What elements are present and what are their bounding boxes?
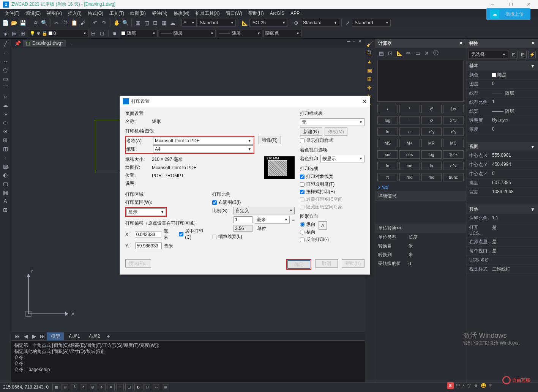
minimize-button[interactable]: ─ — [486, 2, 499, 7]
print-icon[interactable]: 🖨 — [32, 19, 39, 27]
zoom-icon[interactable]: 🔍 — [121, 19, 129, 27]
close-button[interactable]: ✕ — [523, 2, 535, 7]
calc-btn[interactable]: log — [421, 150, 442, 159]
reverse-checkbox[interactable] — [300, 238, 304, 242]
gradient-icon[interactable]: ◐ — [1, 171, 10, 179]
circle-icon[interactable]: ○ — [1, 93, 10, 100]
layout2-tab[interactable]: 布局2 — [85, 332, 104, 340]
cut-icon[interactable]: ✂ — [53, 19, 60, 27]
section-basic[interactable]: 基本▼ — [466, 61, 538, 71]
calc-btn[interactable]: log — [377, 116, 398, 124]
calc-btn[interactable]: tan — [399, 162, 420, 170]
calc-btn[interactable]: e — [399, 128, 420, 136]
ok-button[interactable]: 确定 — [287, 260, 310, 269]
layout1-tab[interactable]: 布局1 — [65, 332, 84, 340]
grid-toggle[interactable]: ⊞ — [62, 384, 69, 390]
redo-icon[interactable]: ↷ — [100, 19, 108, 27]
hatch-icon[interactable]: ▨ — [1, 162, 10, 170]
calc-btn[interactable]: in — [377, 162, 398, 170]
layer-prev-icon[interactable]: ⊡ — [98, 30, 106, 37]
menu-arcgis[interactable]: ArcGIS — [267, 10, 288, 17]
calc-btn[interactable]: x² — [421, 105, 442, 113]
layer-icon[interactable]: ▤ — [10, 30, 18, 37]
new-icon[interactable]: 📄 — [2, 19, 9, 27]
otrack-toggle[interactable]: ⊹ — [98, 384, 106, 390]
tablestyle-combo[interactable]: Standard▼ — [301, 19, 339, 27]
paper-combo[interactable]: A4▼ — [153, 145, 253, 153]
opt-bystyle-checkbox[interactable] — [300, 190, 304, 194]
maximize-button[interactable]: ☐ — [505, 2, 517, 7]
upload-button[interactable]: ☁ 拖拽上传 — [486, 8, 530, 20]
plot-style-combo[interactable]: 无▼ — [300, 118, 364, 126]
compass-icon[interactable]: ⊕ — [292, 19, 300, 27]
scale-combo[interactable]: 自定义▼ — [234, 207, 295, 214]
polygon-icon[interactable]: ⬠ — [1, 66, 10, 74]
calc-close-icon[interactable]: ✕ — [459, 41, 463, 46]
menu-dim[interactable]: 标注(N) — [149, 9, 170, 17]
menu-window[interactable]: 窗口(W) — [223, 9, 245, 17]
calc-btn[interactable]: x^3 — [443, 116, 464, 124]
scale-num-input[interactable] — [234, 216, 252, 223]
calc-btn[interactable]: sin — [377, 150, 398, 159]
apps-icon[interactable]: ⊞ — [1, 206, 10, 214]
array-icon[interactable]: ⊞ — [366, 75, 373, 83]
calc-btn[interactable]: M+ — [399, 139, 420, 147]
qp-toggle[interactable]: ▭ — [153, 384, 160, 390]
menu-help[interactable]: 帮助(H) — [245, 9, 267, 17]
spline-icon[interactable]: ∿ — [1, 110, 10, 118]
open-icon[interactable]: 📂 — [10, 19, 18, 27]
dialog-close-icon[interactable]: ✕ — [362, 98, 367, 105]
print-range-combo[interactable]: 显示▼ — [126, 208, 166, 216]
preview-icon[interactable]: 🔍 — [40, 19, 48, 27]
ortho-toggle[interactable]: └ — [71, 384, 78, 390]
doc-minimize-icon[interactable]: ─ — [347, 39, 350, 44]
calc-btn[interactable]: cos — [399, 150, 420, 159]
offset-icon[interactable]: ▣ — [366, 66, 373, 74]
menu-file[interactable]: 文件(F) — [2, 9, 22, 17]
rectangle-icon[interactable]: ▭ — [1, 75, 10, 83]
preview-button[interactable]: 预览(P)... — [125, 259, 151, 268]
calc-btn[interactable]: MR — [421, 139, 442, 147]
show-style-checkbox[interactable] — [300, 139, 304, 143]
calc-btn[interactable]: ln — [421, 162, 442, 170]
tab-arrow-prev[interactable]: ◀ — [22, 332, 30, 340]
cycle-toggle[interactable]: ◐ — [134, 384, 142, 390]
calc-btn[interactable]: MS — [377, 139, 398, 147]
calc-btn[interactable]: / — [377, 105, 398, 113]
menu-edit[interactable]: 编辑(E) — [22, 9, 44, 17]
opt-lineweight-checkbox[interactable] — [300, 175, 304, 179]
style-combo[interactable]: Standard▼ — [198, 19, 236, 27]
dim-style-icon[interactable]: 📐 — [241, 19, 248, 27]
offset-y-input[interactable] — [135, 242, 162, 249]
pickadd-icon[interactable]: ⚡ — [528, 51, 536, 58]
new-tab-icon[interactable]: ▫ — [68, 39, 75, 47]
mleader-combo[interactable]: Standard▼ — [353, 19, 391, 27]
arc-icon[interactable]: ⌒ — [1, 84, 10, 91]
quickselect-icon[interactable]: ⊡ — [510, 51, 517, 58]
mtext-icon[interactable]: A — [1, 197, 10, 205]
calc-ico-2[interactable]: ⊡ — [387, 49, 394, 57]
mirror-icon[interactable]: ▲ — [366, 58, 373, 65]
portrait-radio[interactable] — [300, 222, 305, 227]
move-icon[interactable]: ✥ — [366, 84, 373, 91]
fit-paper-checkbox[interactable] — [212, 200, 217, 205]
snap-toggle[interactable]: ▦ — [52, 384, 60, 390]
calc-btn[interactable]: π — [377, 173, 398, 181]
style-new-button[interactable]: 新建(N) — [300, 128, 322, 136]
opt-transparency-checkbox[interactable] — [300, 182, 304, 187]
help-button[interactable]: 帮助(H) — [342, 259, 364, 268]
calc-ico-5[interactable]: ▭ — [414, 49, 421, 57]
osnap-toggle[interactable]: ◎ — [89, 384, 96, 390]
calc-ico-6[interactable]: ✕ — [423, 49, 431, 57]
calc-btn[interactable]: - — [399, 116, 420, 124]
save-icon[interactable]: 💾 — [19, 19, 27, 27]
calc-ico-1[interactable]: ▤ — [377, 49, 385, 57]
model-toggle[interactable]: ▢ — [125, 384, 133, 390]
calc-btn[interactable]: rnd — [399, 173, 420, 181]
revcloud-icon[interactable]: ☁ — [1, 101, 10, 109]
printer-props-button[interactable]: 特性(R) — [259, 136, 281, 144]
calc-btn[interactable]: * — [399, 105, 420, 113]
copy-icon[interactable]: ⿻ — [62, 19, 69, 27]
calc-ico-4[interactable]: ✏ — [405, 49, 412, 57]
block-make-icon[interactable]: ◫ — [1, 145, 10, 153]
